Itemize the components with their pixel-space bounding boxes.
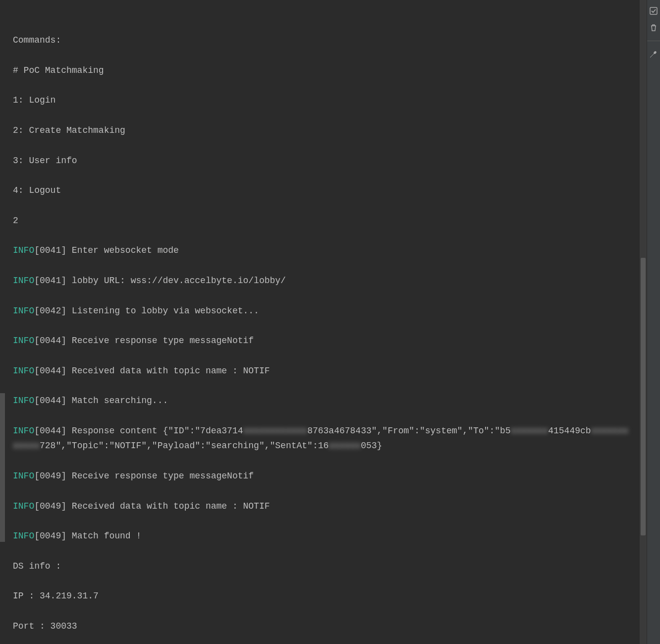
gutter-highlight xyxy=(0,393,5,542)
log-ts: [0042] xyxy=(34,306,66,316)
log-line: INFO[0044] Receive response type message… xyxy=(13,333,632,348)
menu-choice: 2 xyxy=(13,213,632,228)
log-msg: Listening to lobby via websocket... xyxy=(66,306,259,316)
log-msg: Match searching... xyxy=(66,396,168,406)
right-toolbar xyxy=(647,0,660,644)
log-ts: [0044] xyxy=(34,426,66,436)
log-ts: [0044] xyxy=(34,336,66,346)
log-text: 415449cb xyxy=(548,426,591,436)
log-msg: lobby URL: wss://dev.accelbyte.io/lobby/ xyxy=(66,276,286,286)
terminal-scrollbar[interactable] xyxy=(640,0,647,644)
log-ts: [0049] xyxy=(34,471,66,481)
log-msg: Response content {"ID":"7dea3714xxxxxxxx… xyxy=(13,426,628,451)
ds-port: Port : 30033 xyxy=(13,619,632,634)
log-text: 053} xyxy=(361,441,382,451)
redacted: xxxxxxx xyxy=(511,426,549,436)
menu-opt-create: 2: Create Matchmaking xyxy=(13,123,632,138)
log-level: INFO xyxy=(13,501,34,511)
log-msg: Receive response type messageNotif xyxy=(66,471,254,481)
wrench-icon[interactable] xyxy=(649,49,659,59)
menu-opt-logout: 4: Logout xyxy=(13,183,632,198)
log-ts: [0041] xyxy=(34,245,66,255)
log-text: Response content {"ID":"7dea3714 xyxy=(66,426,243,436)
log-line: INFO[0049] Received data with topic name… xyxy=(13,499,632,514)
log-line: INFO[0049] Match found ! xyxy=(13,528,632,543)
ds-ip: IP : 34.219.31.7 xyxy=(13,588,632,603)
log-level: INFO xyxy=(13,366,34,376)
log-line: INFO[0049] Receive response type message… xyxy=(13,468,632,483)
redacted: xxxxxxxxxxxx xyxy=(243,426,308,436)
terminal-output[interactable]: Commands: # PoC Matchmaking 1: Login 2: … xyxy=(5,0,640,644)
log-line: INFO[0041] Enter websocket mode xyxy=(13,243,632,258)
menu-opt-login: 1: Login xyxy=(13,93,632,108)
log-text: 728","Topic":"NOTIF","Payload":"searchin… xyxy=(40,441,329,451)
log-ts: [0044] xyxy=(34,396,66,406)
log-level: INFO xyxy=(13,471,34,481)
app-root: Commands: # PoC Matchmaking 1: Login 2: … xyxy=(0,0,660,644)
log-level: INFO xyxy=(13,276,34,286)
log-line: INFO[0044] Received data with topic name… xyxy=(13,363,632,378)
trash-icon[interactable] xyxy=(649,23,659,33)
scrollbar-thumb[interactable] xyxy=(641,258,646,535)
log-line: INFO[0042] Listening to lobby via websoc… xyxy=(13,303,632,318)
log-level: INFO xyxy=(13,306,34,316)
log-level: INFO xyxy=(13,245,34,255)
menu-title: # PoC Matchmaking xyxy=(13,63,632,78)
log-ts: [0041] xyxy=(34,276,66,286)
log-ts: [0049] xyxy=(34,501,66,511)
log-msg: Receive response type messageNotif xyxy=(66,336,254,346)
checklist-icon[interactable] xyxy=(649,6,659,16)
log-ts: [0044] xyxy=(34,366,66,376)
log-line: INFO[0044] Match searching... xyxy=(13,393,632,408)
redacted: xxxxxx xyxy=(329,441,361,451)
log-level: INFO xyxy=(13,336,34,346)
log-msg: Received data with topic name : NOTIF xyxy=(66,366,270,376)
menu-opt-userinfo: 3: User info xyxy=(13,153,632,168)
log-text: 8763a4678433","From":"system","To":"b5 xyxy=(307,426,510,436)
toolbar-separator xyxy=(647,41,660,41)
menu-header: Commands: xyxy=(13,33,632,48)
log-level: INFO xyxy=(13,531,34,541)
ds-header: DS info : xyxy=(13,559,632,574)
log-line: INFO[0041] lobby URL: wss://dev.accelbyt… xyxy=(13,273,632,288)
log-level: INFO xyxy=(13,396,34,406)
log-level: INFO xyxy=(13,426,34,436)
log-ts: [0049] xyxy=(34,531,66,541)
log-msg: Received data with topic name : NOTIF xyxy=(66,501,270,511)
terminal-gutter xyxy=(0,0,5,644)
log-line: INFO[0044] Response content {"ID":"7dea3… xyxy=(13,423,632,454)
svg-rect-0 xyxy=(650,7,657,14)
log-msg: Enter websocket mode xyxy=(66,245,179,255)
log-msg: Match found ! xyxy=(66,531,141,541)
terminal-panel: Commands: # PoC Matchmaking 1: Login 2: … xyxy=(0,0,647,644)
